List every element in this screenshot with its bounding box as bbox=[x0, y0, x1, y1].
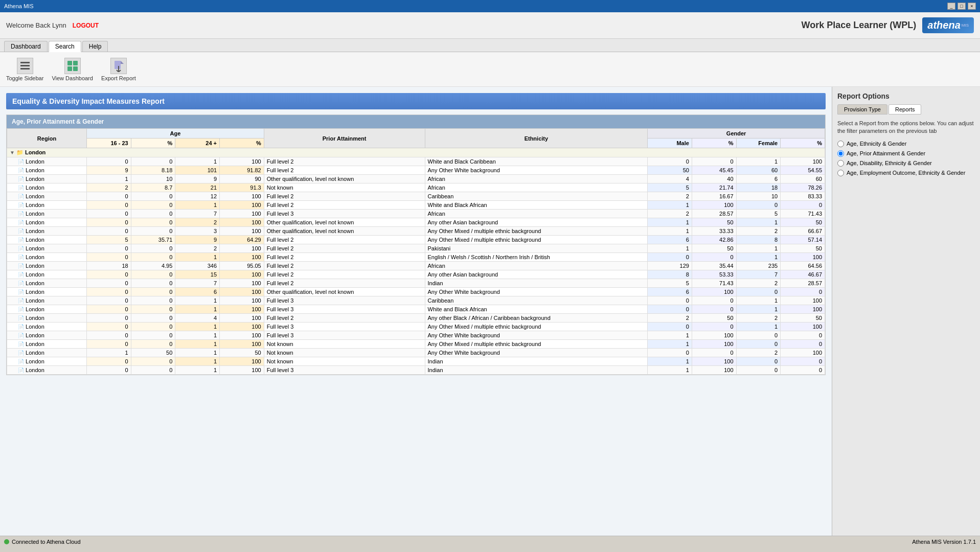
table-cell: Not known bbox=[264, 340, 425, 349]
table-cell: Full level 2 bbox=[264, 314, 425, 323]
table-cell: 1 bbox=[648, 218, 692, 227]
table-cell: 1 bbox=[175, 305, 220, 314]
table-cell: 3 bbox=[175, 227, 220, 236]
table-cell: Full level 2 bbox=[264, 253, 425, 262]
table-cell: 0 bbox=[87, 157, 131, 166]
main-content: Equality & Diversity Impact Measures Rep… bbox=[0, 87, 980, 536]
table-cell: 0 bbox=[87, 340, 131, 349]
table-cell: 100 bbox=[220, 331, 264, 340]
report-option-opt2[interactable]: Age, Prior Attainment & Gender bbox=[837, 150, 975, 157]
export-report-icon bbox=[110, 58, 127, 74]
table-cell: Indian bbox=[425, 357, 648, 366]
table-cell: 0 bbox=[781, 331, 825, 340]
table-cell: 1 bbox=[175, 201, 220, 210]
table-cell: 1 bbox=[736, 218, 781, 227]
table-cell: Caribbean bbox=[425, 192, 648, 201]
table-row: 📄 London001100Full level 2White and Blac… bbox=[7, 157, 825, 166]
table-cell: 100 bbox=[220, 279, 264, 288]
table-cell: African bbox=[425, 210, 648, 218]
table-cell: Full level 2 bbox=[264, 262, 425, 270]
close-button[interactable]: × bbox=[968, 3, 976, 10]
logout-button[interactable]: LOGOUT bbox=[73, 22, 99, 29]
table-cell: 21 bbox=[175, 183, 220, 192]
table-cell: 0 bbox=[87, 296, 131, 305]
svg-rect-1 bbox=[20, 65, 30, 66]
export-report-button[interactable]: Export Report bbox=[101, 58, 136, 81]
table-cell: 15 bbox=[175, 270, 220, 279]
table-cell: 18 bbox=[87, 262, 131, 270]
report-option-label-opt1: Age, Ethnicity & Gender bbox=[847, 141, 906, 147]
table-cell: 91.3 bbox=[220, 183, 264, 192]
table-cell: 100 bbox=[692, 288, 736, 296]
table-cell: 2 bbox=[648, 210, 692, 218]
table-cell: Other qualification, level not known bbox=[264, 175, 425, 183]
table-cell: 0 bbox=[648, 157, 692, 166]
table-cell: 129 bbox=[648, 262, 692, 270]
table-cell: African bbox=[425, 183, 648, 192]
table-cell: Full level 2 bbox=[264, 236, 425, 244]
maximize-button[interactable]: □ bbox=[958, 3, 966, 10]
table-cell: 66.67 bbox=[781, 227, 825, 236]
tab-help[interactable]: Help bbox=[82, 41, 108, 52]
table-cell: 100 bbox=[692, 340, 736, 349]
svg-rect-7 bbox=[115, 61, 121, 69]
table-cell: 0 bbox=[131, 357, 175, 366]
col-24plus: 24 + bbox=[175, 139, 220, 148]
table-cell: 1 bbox=[648, 227, 692, 236]
right-panel: Report Options Provision Type Reports Se… bbox=[832, 87, 980, 536]
report-radio-opt4[interactable] bbox=[837, 170, 844, 176]
report-option-opt4[interactable]: Age, Employment Outcome, Ethnicity & Gen… bbox=[837, 170, 975, 176]
table-cell: 0 bbox=[781, 357, 825, 366]
cell-region: 📄 London bbox=[7, 314, 87, 323]
report-option-opt1[interactable]: Age, Ethnicity & Gender bbox=[837, 141, 975, 147]
table-cell: 4 bbox=[175, 314, 220, 323]
tab-reports[interactable]: Reports bbox=[888, 104, 922, 114]
table-cell: Full level 3 bbox=[264, 296, 425, 305]
table-row: 📄 London0015100Full level 2Any other Asi… bbox=[7, 270, 825, 279]
table-cell: 6 bbox=[736, 175, 781, 183]
report-radio-opt3[interactable] bbox=[837, 160, 844, 167]
svg-rect-4 bbox=[73, 61, 78, 65]
table-cell: 0 bbox=[87, 201, 131, 210]
table-cell: 100 bbox=[220, 157, 264, 166]
table-cell: 0 bbox=[87, 366, 131, 375]
tab-search[interactable]: Search bbox=[49, 41, 81, 52]
table-cell: 50 bbox=[781, 244, 825, 253]
report-radio-opt1[interactable] bbox=[837, 141, 844, 147]
welcome-text: Welcome Back Lynn bbox=[6, 21, 66, 29]
table-cell: 1 bbox=[175, 357, 220, 366]
tab-dashboard[interactable]: Dashboard bbox=[4, 41, 48, 52]
table-cell: Other qualification, level not known bbox=[264, 218, 425, 227]
report-radio-opt2[interactable] bbox=[837, 150, 844, 157]
table-cell: 0 bbox=[692, 157, 736, 166]
table-cell: 0 bbox=[736, 288, 781, 296]
table-cell: 71.43 bbox=[692, 279, 736, 288]
cell-region: 📄 London bbox=[7, 279, 87, 288]
view-dashboard-button[interactable]: View Dashboard bbox=[52, 58, 93, 81]
table-cell: 53.33 bbox=[692, 270, 736, 279]
table-cell: Pakistani bbox=[425, 244, 648, 253]
table-cell: Indian bbox=[425, 366, 648, 375]
report-options-title: Report Options bbox=[837, 92, 975, 100]
header-right: Work Place Learner (WPL) athena MIS bbox=[802, 17, 974, 33]
cell-region: 📄 London bbox=[7, 244, 87, 253]
table-row: 📄 London535.71964.29Full level 2Any Othe… bbox=[7, 236, 825, 244]
table-cell: 0 bbox=[87, 218, 131, 227]
table-cell: 35.71 bbox=[131, 236, 175, 244]
table-cell: 1 bbox=[175, 253, 220, 262]
table-cell: 9 bbox=[175, 236, 220, 244]
table-cell: 100 bbox=[220, 366, 264, 375]
report-option-opt3[interactable]: Age, Disability, Ethnicity & Gender bbox=[837, 160, 975, 167]
table-cell: Full level 3 bbox=[264, 323, 425, 331]
tab-provision-type[interactable]: Provision Type bbox=[837, 104, 887, 114]
minimize-button[interactable]: _ bbox=[947, 3, 955, 10]
table-cell: 7 bbox=[175, 279, 220, 288]
toggle-sidebar-button[interactable]: Toggle Sidebar bbox=[6, 58, 43, 81]
table-cell: Any other Black / African / Caribbean ba… bbox=[425, 314, 648, 323]
table-cell: 12 bbox=[175, 192, 220, 201]
cell-region: 📄 London bbox=[7, 357, 87, 366]
table-cell: 4 bbox=[648, 175, 692, 183]
table-cell: 9 bbox=[87, 166, 131, 175]
table-cell: 9 bbox=[175, 175, 220, 183]
table-row: 📄 London28.72191.3Not knownAfrican521.74… bbox=[7, 183, 825, 192]
